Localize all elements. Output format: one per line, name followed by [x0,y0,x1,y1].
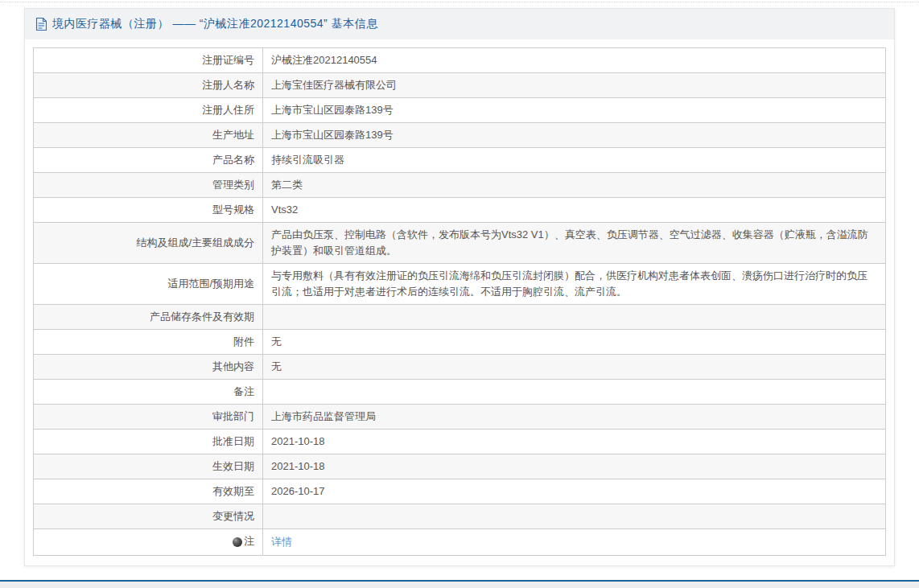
row-label: 变更情况 [34,504,263,529]
row-value-note: 详情 [263,529,886,556]
registration-info-table: 注册证编号 沪械注准20212140554 注册人名称 上海宝佳医疗器械有限公司… [33,47,886,556]
row-label: 有效期至 [34,479,263,504]
table-row: 审批部门 上海市药品监督管理局 [34,405,886,430]
row-value [263,305,886,330]
row-value: 2021-10-18 [263,430,886,454]
row-label: 产品名称 [34,148,263,173]
row-value [263,504,886,529]
row-label: 型号规格 [34,198,263,223]
row-value [263,380,886,405]
row-label: 注册人名称 [34,73,263,98]
row-value: 上海市药品监督管理局 [263,405,886,430]
row-value: Vts32 [263,198,886,223]
table-row: 产品储存条件及有效期 [34,305,886,330]
table-row: 附件 无 [34,330,886,355]
table-row: 管理类别 第二类 [34,173,886,198]
table-row: 生产地址 上海市宝山区园泰路139号 [34,123,886,148]
row-label: 审批部门 [34,405,263,430]
detail-link[interactable]: 详情 [271,536,292,548]
table-row: 有效期至 2026-10-17 [34,479,886,504]
row-value: 上海市宝山区园泰路139号 [263,98,886,123]
top-dotted-divider [0,2,919,2]
footer-bar [0,580,919,588]
table-row: 生效日期 2021-10-18 [34,454,886,479]
row-value: 产品由负压泵、控制电路（含软件，发布版本号为Vts32 V1）、真空表、负压调节… [263,223,886,264]
row-label: 适用范围/预期用途 [34,264,263,305]
row-value: 2021-10-18 [263,454,886,479]
row-value: 持续引流吸引器 [263,148,886,173]
row-value: 沪械注准20212140554 [263,48,886,73]
row-value: 无 [263,330,886,355]
row-value: 无 [263,355,886,380]
table-row: 注册人住所 上海市宝山区园泰路139号 [34,98,886,123]
row-label-note: 注 [34,529,263,556]
row-label: 产品储存条件及有效期 [34,305,263,330]
row-label: 生效日期 [34,454,263,479]
table-row: 变更情况 [34,504,886,529]
table-row: 批准日期 2021-10-18 [34,430,886,454]
bulb-icon [233,537,242,547]
row-value: 上海宝佳医疗器械有限公司 [263,73,886,98]
panel-header: 境内医疗器械（注册） —— “沪械注准20212140554” 基本信息 [25,9,894,39]
row-value: 2026-10-17 [263,479,886,504]
table-row: 产品名称 持续引流吸引器 [34,148,886,173]
document-icon [35,18,47,31]
table-row: 结构及组成/主要组成成分 产品由负压泵、控制电路（含软件，发布版本号为Vts32… [34,223,886,264]
row-label: 生产地址 [34,123,263,148]
row-label: 其他内容 [34,355,263,380]
table-row: 适用范围/预期用途 与专用敷料（具有有效注册证的负压引流海绵和负压引流封闭膜）配… [34,264,886,305]
table-row: 注册人名称 上海宝佳医疗器械有限公司 [34,73,886,98]
table-row: 注册证编号 沪械注准20212140554 [34,48,886,73]
row-label: 备注 [34,380,263,405]
table-row: 其他内容 无 [34,355,886,380]
table-row-note: 注 详情 [34,529,886,556]
row-label: 附件 [34,330,263,355]
page: 境内医疗器械（注册） —— “沪械注准20212140554” 基本信息 注册证… [0,0,919,588]
row-label: 注册证编号 [34,48,263,73]
panel-body: 注册证编号 沪械注准20212140554 注册人名称 上海宝佳医疗器械有限公司… [25,39,894,556]
row-label: 管理类别 [34,173,263,198]
note-label-text: 注 [244,533,254,549]
table-row: 型号规格 Vts32 [34,198,886,223]
row-value: 第二类 [263,173,886,198]
page-title: 境内医疗器械（注册） —— “沪械注准20212140554” 基本信息 [52,17,378,31]
row-label: 结构及组成/主要组成成分 [34,223,263,264]
row-label: 批准日期 [34,430,263,454]
registration-info-panel: 境内医疗器械（注册） —— “沪械注准20212140554” 基本信息 注册证… [24,8,895,566]
row-label: 注册人住所 [34,98,263,123]
row-value: 与专用敷料（具有有效注册证的负压引流海绵和负压引流封闭膜）配合，供医疗机构对患者… [263,264,886,305]
table-row: 备注 [34,380,886,405]
row-value: 上海市宝山区园泰路139号 [263,123,886,148]
